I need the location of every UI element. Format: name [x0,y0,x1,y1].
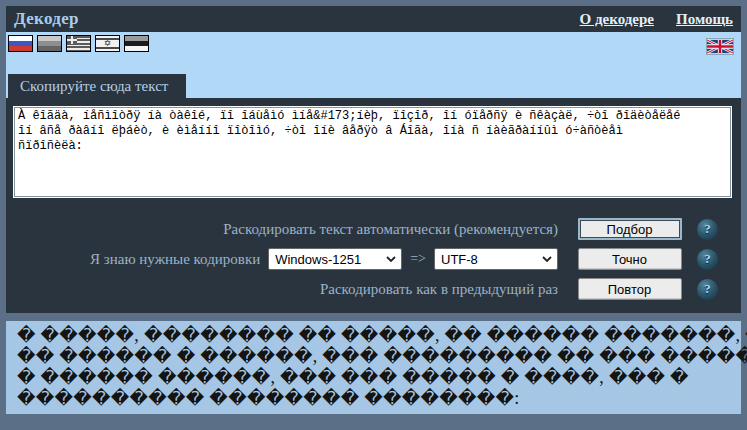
page-title: Декодер [14,9,79,29]
russian-flag-icon[interactable] [8,35,33,52]
auto-decode-row: Раскодировать текст автоматически (реком… [13,218,734,240]
decode-options: Раскодировать текст автоматически (реком… [13,218,734,300]
tab-label: Скопируйте сюда текст [20,78,168,94]
help-question-icon[interactable]: ? [697,279,718,300]
top-nav: О декодере Помощь [580,11,733,28]
panel-divider [6,313,741,321]
repeat-decode-button[interactable]: Повтор [578,278,682,300]
israeli-flag-icon[interactable]: ✡ [95,35,120,52]
decoded-output-line: ���������� �������� ��������: [17,388,741,409]
decoded-output-area: � �����, �������� �� �����, �� ������ ��… [6,321,741,414]
decoded-output-line: � ������ ������, ��� ��� ����� � ����, �… [17,367,741,388]
british-flag-icon[interactable] [706,38,734,55]
help-link[interactable]: Помощь [676,11,733,28]
source-encoding-select[interactable]: Windows-1251 [268,248,402,270]
repeat-decode-row: Раскодировать как в предыдущий раз Повто… [13,278,734,300]
manual-decode-row: Я знаю нужные кодировки Windows-1251 => … [13,248,734,270]
tab-row: Скопируйте сюда текст [6,74,741,98]
auto-decode-label: Раскодировать текст автоматически (реком… [223,221,558,238]
controls-panel: À êîãäà, íåñìîòðÿ íà òàêîé, ïî îáùåìó ìí… [6,98,741,313]
chevron-down-icon [386,256,396,262]
language-bar: ✡ [6,32,741,55]
chevron-down-icon [542,256,552,262]
language-flags: ✡ [8,35,149,52]
german-flag-icon[interactable] [37,35,62,52]
about-decoder-link[interactable]: О декодере [580,11,654,28]
decoded-output-line: � �����, �������� �� �����, �� ������ ��… [17,325,741,346]
source-encoding-value: Windows-1251 [275,252,361,267]
union-jack-graphic [707,39,733,54]
exact-decode-button[interactable]: Точно [578,248,682,270]
tab-paste-text[interactable]: Скопируйте сюда текст [8,74,186,98]
encoding-arrow: => [410,251,426,267]
decoded-output-line: �� ������ � ������, ��� ��������� �� ���… [17,346,741,367]
decoder-window: Декодер О декодере Помощь ✡ [0,0,747,430]
repeat-decode-label: Раскодировать как в предыдущий раз [320,281,558,298]
upper-section: ✡ Скопируйте сюда текст [6,32,741,98]
help-question-icon[interactable]: ? [697,219,718,240]
greek-flag-icon[interactable] [66,35,91,52]
auto-decode-button[interactable]: Подбор [578,218,682,240]
star-of-david-icon: ✡ [104,39,112,48]
target-encoding-select[interactable]: UTF-8 [434,248,558,270]
top-bar: Декодер О декодере Помощь [6,6,741,32]
manual-decode-label: Я знаю нужные кодировки [90,251,260,268]
estonian-flag-icon[interactable] [124,35,149,52]
target-encoding-value: UTF-8 [441,252,478,267]
help-question-icon[interactable]: ? [697,249,718,270]
source-text-input[interactable]: À êîãäà, íåñìîòðÿ íà òàêîé, ïî îáùåìó ìí… [13,106,732,198]
